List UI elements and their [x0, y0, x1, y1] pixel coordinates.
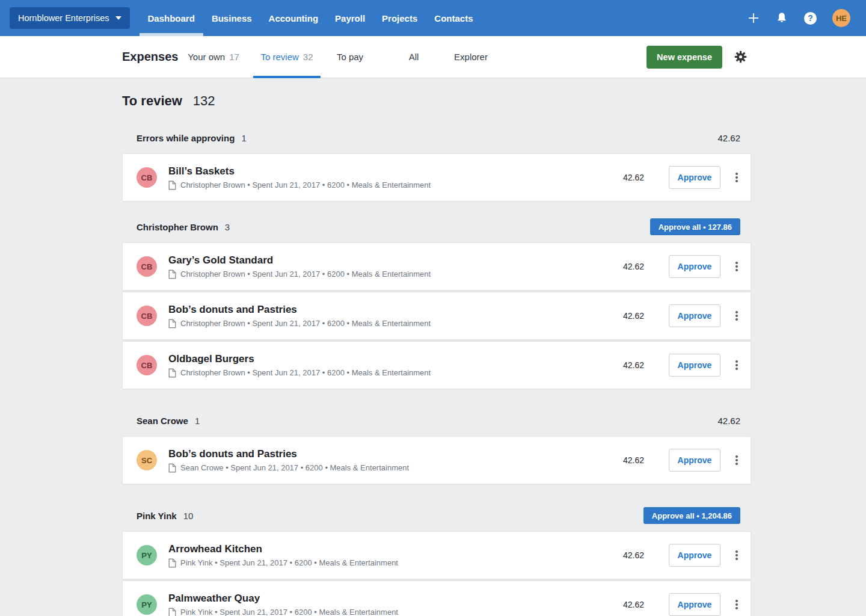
kebab-menu-icon[interactable]: [732, 593, 742, 616]
add-button[interactable]: [748, 12, 760, 24]
expenses-header: Expenses Your own 17 To review 32 To pay…: [0, 36, 866, 78]
approve-button[interactable]: Approve: [669, 354, 720, 377]
section-title: Errors while approving: [137, 133, 235, 143]
expense-amount: 42.62: [623, 455, 644, 465]
nav-item-label: Dashboard: [148, 13, 195, 23]
plus-icon: [748, 12, 760, 24]
nav-item-business[interactable]: Business: [203, 0, 260, 36]
expense-card[interactable]: CB Gary’s Gold Standard Christopher Brow…: [122, 242, 751, 291]
expense-card[interactable]: PY Palmweather Quay Pink Yink • Spent Ju…: [122, 581, 751, 616]
nav-actions: ? HE: [748, 9, 850, 27]
to-review-title: To review: [122, 93, 182, 109]
section-title: Christopher Brown: [137, 222, 218, 232]
settings-button[interactable]: [734, 51, 747, 63]
section-count: 3: [225, 222, 230, 232]
header-actions: New expense: [646, 46, 747, 69]
approve-button[interactable]: Approve: [669, 304, 720, 327]
approve-button[interactable]: Approve: [669, 593, 720, 616]
expense-details: Oldbagel Burgers Christopher Brown • Spe…: [168, 353, 431, 378]
section-total-amount: 42.62: [717, 416, 740, 426]
approve-all-button[interactable]: Approve all • 127.86: [650, 218, 740, 235]
approve-button[interactable]: Approve: [669, 544, 720, 567]
document-icon: [168, 270, 176, 279]
expense-meta-text: Christopher Brown • Spent Jun 21, 2017 •…: [180, 368, 431, 377]
kebab-menu-icon[interactable]: [732, 354, 742, 377]
expense-card[interactable]: SC Bob’s donuts and Pastries Sean Crowe …: [122, 436, 751, 484]
expense-meta: Christopher Brown • Spent Jun 21, 2017 •…: [168, 180, 431, 190]
expense-avatar: CB: [137, 256, 157, 277]
help-icon: ?: [804, 12, 817, 25]
document-icon: [168, 558, 176, 568]
expense-sections: Errors while approving 1 42.62 CB Bill’s…: [122, 129, 751, 616]
document-icon: [168, 180, 176, 190]
kebab-menu-icon[interactable]: [732, 304, 742, 327]
new-expense-button[interactable]: New expense: [646, 46, 722, 69]
nav-item-accounting[interactable]: Accounting: [260, 0, 327, 36]
section-cards: PY Arrowhead Kitchen Pink Yink • Spent J…: [122, 531, 751, 616]
tab-label: To review: [260, 52, 298, 62]
expense-amount: 42.62: [623, 550, 644, 560]
kebab-menu-icon[interactable]: [732, 449, 742, 472]
expense-meta: Pink Yink • Spent Jun 21, 2017 • 6200 • …: [168, 608, 398, 616]
nav-item-payroll[interactable]: Payroll: [327, 0, 373, 36]
expense-card[interactable]: CB Bob’s donuts and Pastries Christopher…: [122, 292, 751, 340]
nav-item-label: Payroll: [335, 13, 365, 23]
tab-your-own[interactable]: Your own 17: [180, 36, 247, 78]
to-review-heading: To review 132: [122, 93, 751, 110]
expense-title: Oldbagel Burgers: [168, 353, 431, 365]
approve-button[interactable]: Approve: [669, 255, 720, 278]
tab-explorer[interactable]: Explorer: [454, 36, 488, 78]
expense-meta-text: Sean Crowe • Spent Jun 21, 2017 • 6200 •…: [180, 463, 409, 472]
user-avatar[interactable]: HE: [832, 9, 850, 27]
tab-all[interactable]: All: [379, 36, 448, 78]
tab-label: All: [409, 52, 419, 62]
section-cards: CB Bill’s Baskets Christopher Brown • Sp…: [122, 153, 751, 202]
approve-all-button[interactable]: Approve all • 1,204.86: [643, 507, 740, 524]
expense-avatar: PY: [137, 545, 157, 565]
section-title: Sean Crowe: [137, 416, 188, 426]
expense-card[interactable]: CB Oldbagel Burgers Christopher Brown • …: [122, 341, 751, 389]
kebab-menu-icon[interactable]: [732, 544, 742, 567]
nav-item-projects[interactable]: Projects: [373, 0, 426, 36]
document-icon: [168, 319, 176, 328]
section-count: 1: [241, 133, 246, 143]
expense-amount: 42.62: [623, 360, 644, 370]
to-review-content: To review 132 Errors while approving 1 4…: [0, 78, 866, 616]
nav-item-dashboard[interactable]: Dashboard: [140, 0, 203, 36]
org-name: Hornblower Enterprises: [18, 13, 109, 23]
nav-items: DashboardBusinessAccountingPayrollProjec…: [140, 0, 482, 36]
expense-details: Palmweather Quay Pink Yink • Spent Jun 2…: [168, 593, 398, 616]
expense-card[interactable]: PY Arrowhead Kitchen Pink Yink • Spent J…: [122, 531, 751, 579]
approve-button[interactable]: Approve: [669, 449, 720, 472]
expense-meta: Christopher Brown • Spent Jun 21, 2017 •…: [168, 319, 431, 328]
section-header: Errors while approving 1 42.62: [122, 129, 751, 146]
tab-to-pay[interactable]: To pay: [327, 36, 373, 78]
expense-avatar: CB: [137, 306, 157, 326]
expense-amount: 42.62: [623, 262, 644, 271]
expense-card[interactable]: CB Bill’s Baskets Christopher Brown • Sp…: [122, 153, 751, 202]
nav-item-label: Contacts: [434, 13, 473, 23]
kebab-menu-icon[interactable]: [732, 166, 742, 189]
page-title: Expenses: [122, 50, 180, 64]
section-cards: SC Bob’s donuts and Pastries Sean Crowe …: [122, 436, 751, 484]
expense-title: Palmweather Quay: [168, 593, 398, 604]
expense-avatar: SC: [137, 450, 157, 470]
expense-meta: Christopher Brown • Spent Jun 21, 2017 •…: [168, 368, 431, 378]
nav-item-label: Accounting: [269, 13, 319, 23]
tab-to-review[interactable]: To review 32: [253, 36, 321, 78]
expense-meta-text: Pink Yink • Spent Jun 21, 2017 • 6200 • …: [180, 608, 398, 616]
kebab-menu-icon[interactable]: [732, 255, 742, 278]
tab-label: To pay: [337, 52, 363, 62]
section-cards: CB Gary’s Gold Standard Christopher Brow…: [122, 242, 751, 389]
approve-button[interactable]: Approve: [669, 166, 720, 189]
section-total-amount: 42.62: [717, 133, 740, 143]
nav-item-contacts[interactable]: Contacts: [426, 0, 481, 36]
section-count: 1: [195, 416, 200, 426]
org-selector-button[interactable]: Hornblower Enterprises: [10, 7, 130, 29]
help-button[interactable]: ?: [804, 12, 817, 25]
notifications-button[interactable]: [775, 11, 788, 25]
top-navbar: Hornblower Enterprises DashboardBusiness…: [0, 0, 866, 36]
expense-amount: 42.62: [623, 600, 644, 609]
tab-count: 17: [229, 52, 239, 62]
nav-item-label: Projects: [382, 13, 417, 23]
